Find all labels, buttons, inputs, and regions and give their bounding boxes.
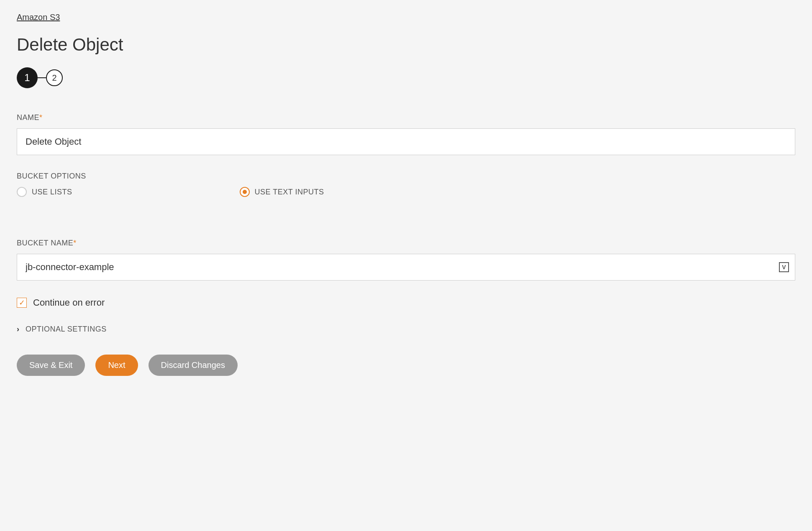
radio-use-text-inputs-label: USE TEXT INPUTS [255, 188, 324, 197]
name-field-group: NAME* [17, 113, 795, 155]
stepper: 1 2 [17, 67, 795, 88]
step-connector [38, 77, 46, 78]
optional-settings-label: OPTIONAL SETTINGS [26, 325, 107, 334]
chevron-right-icon: › [17, 325, 19, 334]
bucket-name-input[interactable] [17, 254, 795, 281]
radio-dot [243, 190, 247, 194]
save-exit-button[interactable]: Save & Exit [17, 355, 85, 376]
bucket-name-input-wrapper: V [17, 254, 795, 281]
radio-use-lists[interactable]: USE LISTS [17, 187, 72, 197]
continue-on-error-label: Continue on error [33, 297, 105, 308]
check-icon: ✓ [19, 298, 25, 307]
discard-changes-button[interactable]: Discard Changes [149, 355, 238, 376]
name-label: NAME* [17, 113, 795, 122]
radio-circle-unselected [17, 187, 27, 197]
radio-use-text-inputs[interactable]: USE TEXT INPUTS [240, 187, 324, 197]
optional-settings-toggle[interactable]: › OPTIONAL SETTINGS [17, 325, 795, 334]
radio-use-lists-label: USE LISTS [32, 188, 72, 197]
bucket-name-label: BUCKET NAME* [17, 239, 795, 248]
bucket-name-field-group: BUCKET NAME* V [17, 239, 795, 281]
bucket-options-group: BUCKET OPTIONS USE LISTS USE TEXT INPUTS [17, 172, 795, 197]
step-1[interactable]: 1 [17, 67, 38, 88]
next-button[interactable]: Next [95, 355, 138, 376]
continue-on-error-checkbox[interactable]: ✓ Continue on error [17, 297, 795, 308]
step-2[interactable]: 2 [46, 69, 63, 86]
radio-circle-selected [240, 187, 250, 197]
required-indicator: * [73, 239, 77, 247]
name-input[interactable] [17, 128, 795, 155]
required-indicator: * [39, 113, 43, 122]
button-row: Save & Exit Next Discard Changes [17, 355, 795, 376]
name-label-text: NAME [17, 113, 39, 122]
breadcrumb-link[interactable]: Amazon S3 [17, 13, 60, 22]
variable-icon[interactable]: V [779, 262, 789, 272]
bucket-options-label: BUCKET OPTIONS [17, 172, 795, 181]
bucket-options-radio-group: USE LISTS USE TEXT INPUTS [17, 187, 795, 197]
bucket-name-label-text: BUCKET NAME [17, 239, 73, 247]
page-title: Delete Object [17, 35, 795, 55]
checkbox-box: ✓ [17, 298, 27, 308]
